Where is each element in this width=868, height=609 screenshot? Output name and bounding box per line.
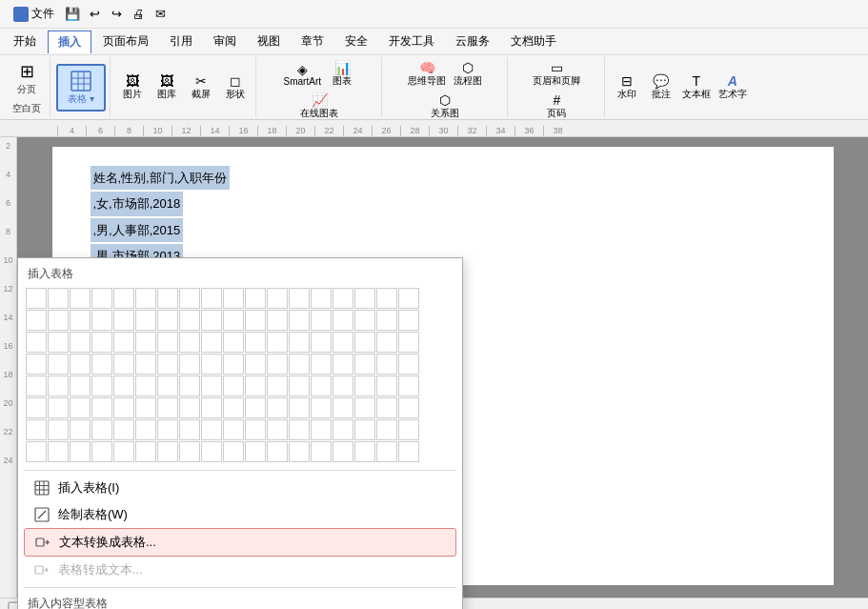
grid-cell[interactable] bbox=[201, 397, 222, 418]
grid-cell[interactable] bbox=[398, 397, 419, 418]
grid-cell[interactable] bbox=[289, 288, 310, 309]
tab-devtools[interactable]: 开发工具 bbox=[379, 30, 444, 52]
btn-comment[interactable]: 💬 批注 bbox=[645, 72, 677, 103]
grid-cell[interactable] bbox=[70, 376, 91, 396]
btn-mindmap[interactable]: 🧠 思维导图 bbox=[405, 59, 449, 90]
tab-chapter[interactable]: 章节 bbox=[292, 30, 333, 52]
grid-cell[interactable] bbox=[179, 419, 200, 440]
grid-cell[interactable] bbox=[201, 288, 222, 309]
grid-cell[interactable] bbox=[223, 376, 244, 396]
grid-cell[interactable] bbox=[26, 332, 47, 353]
grid-cell[interactable] bbox=[26, 310, 47, 331]
tab-review[interactable]: 审阅 bbox=[204, 30, 246, 52]
grid-cell[interactable] bbox=[48, 441, 69, 462]
grid-cell[interactable] bbox=[26, 441, 47, 462]
btn-wordart[interactable]: A 艺术字 bbox=[716, 72, 750, 103]
option-draw-table[interactable]: 绘制表格(W) bbox=[24, 501, 456, 528]
grid-cell[interactable] bbox=[135, 419, 156, 440]
grid-cell[interactable] bbox=[311, 332, 332, 353]
grid-cell[interactable] bbox=[113, 419, 134, 440]
btn-fenye[interactable]: ⊞ 分页 bbox=[8, 58, 46, 98]
grid-cell[interactable] bbox=[179, 376, 200, 396]
grid-cell[interactable] bbox=[333, 310, 353, 331]
option-insert-table[interactable]: 插入表格(I) bbox=[24, 475, 456, 501]
grid-cell[interactable] bbox=[91, 419, 112, 440]
grid-cell[interactable] bbox=[245, 419, 266, 440]
grid-cell[interactable] bbox=[354, 288, 375, 309]
grid-cell[interactable] bbox=[398, 310, 419, 331]
grid-cell[interactable] bbox=[113, 376, 134, 396]
table-grid[interactable] bbox=[24, 286, 456, 464]
grid-cell[interactable] bbox=[70, 397, 91, 418]
grid-cell[interactable] bbox=[267, 288, 288, 309]
grid-cell[interactable] bbox=[223, 332, 244, 353]
grid-cell[interactable] bbox=[201, 354, 222, 375]
grid-cell[interactable] bbox=[267, 397, 288, 418]
option-text-to-table[interactable]: 文本转换成表格... bbox=[24, 528, 456, 557]
grid-cell[interactable] bbox=[289, 354, 310, 375]
grid-cell[interactable] bbox=[245, 376, 266, 396]
grid-cell[interactable] bbox=[311, 354, 332, 375]
tab-security[interactable]: 安全 bbox=[335, 30, 377, 52]
grid-cell[interactable] bbox=[267, 332, 288, 353]
grid-cell[interactable] bbox=[157, 332, 178, 353]
tab-insert[interactable]: 插入 bbox=[48, 30, 91, 53]
grid-cell[interactable] bbox=[157, 310, 178, 331]
grid-cell[interactable] bbox=[48, 354, 69, 375]
grid-cell[interactable] bbox=[245, 310, 266, 331]
grid-cell[interactable] bbox=[70, 310, 91, 331]
grid-cell[interactable] bbox=[376, 397, 397, 418]
btn-shape[interactable]: ◻ 形状 bbox=[219, 72, 252, 103]
qa-email[interactable]: ✉ bbox=[151, 5, 170, 24]
btn-gallery[interactable]: 🖼 图库 bbox=[151, 72, 183, 103]
grid-cell[interactable] bbox=[70, 441, 91, 462]
grid-cell[interactable] bbox=[333, 354, 353, 375]
grid-cell[interactable] bbox=[223, 441, 244, 462]
grid-cell[interactable] bbox=[70, 354, 91, 375]
grid-cell[interactable] bbox=[135, 376, 156, 396]
tab-cloud[interactable]: 云服务 bbox=[446, 30, 499, 52]
grid-cell[interactable] bbox=[70, 419, 91, 440]
qa-print[interactable]: 🖨 bbox=[129, 5, 148, 24]
grid-cell[interactable] bbox=[398, 354, 419, 375]
qa-undo[interactable]: ↩ bbox=[85, 5, 104, 24]
grid-cell[interactable] bbox=[157, 441, 178, 462]
grid-cell[interactable] bbox=[289, 397, 310, 418]
tab-layout[interactable]: 页面布局 bbox=[93, 30, 158, 52]
btn-watermark[interactable]: ⊟ 水印 bbox=[611, 72, 643, 103]
grid-cell[interactable] bbox=[91, 310, 112, 331]
grid-cell[interactable] bbox=[135, 332, 156, 353]
grid-cell[interactable] bbox=[376, 310, 397, 331]
grid-cell[interactable] bbox=[179, 310, 200, 331]
grid-cell[interactable] bbox=[113, 441, 134, 462]
grid-cell[interactable] bbox=[245, 354, 266, 375]
grid-cell[interactable] bbox=[201, 310, 222, 331]
grid-cell[interactable] bbox=[223, 397, 244, 418]
grid-cell[interactable] bbox=[157, 397, 178, 418]
grid-cell[interactable] bbox=[157, 354, 178, 375]
grid-cell[interactable] bbox=[245, 288, 266, 309]
grid-cell[interactable] bbox=[201, 376, 222, 396]
grid-cell[interactable] bbox=[26, 376, 47, 396]
btn-chart[interactable]: 📊 图表 bbox=[326, 59, 358, 90]
grid-cell[interactable] bbox=[179, 354, 200, 375]
grid-cell[interactable] bbox=[179, 441, 200, 462]
grid-cell[interactable] bbox=[311, 419, 332, 440]
grid-cell[interactable] bbox=[91, 397, 112, 418]
grid-cell[interactable] bbox=[311, 310, 332, 331]
grid-cell[interactable] bbox=[113, 354, 134, 375]
grid-cell[interactable] bbox=[113, 310, 134, 331]
grid-cell[interactable] bbox=[333, 332, 353, 353]
grid-cell[interactable] bbox=[201, 441, 222, 462]
grid-cell[interactable] bbox=[157, 288, 178, 309]
grid-cell[interactable] bbox=[245, 332, 266, 353]
grid-cell[interactable] bbox=[48, 332, 69, 353]
grid-cell[interactable] bbox=[157, 419, 178, 440]
grid-cell[interactable] bbox=[179, 332, 200, 353]
grid-cell[interactable] bbox=[157, 376, 178, 396]
grid-cell[interactable] bbox=[354, 397, 375, 418]
grid-cell[interactable] bbox=[267, 419, 288, 440]
grid-cell[interactable] bbox=[376, 288, 397, 309]
grid-cell[interactable] bbox=[267, 310, 288, 331]
grid-cell[interactable] bbox=[113, 288, 134, 309]
